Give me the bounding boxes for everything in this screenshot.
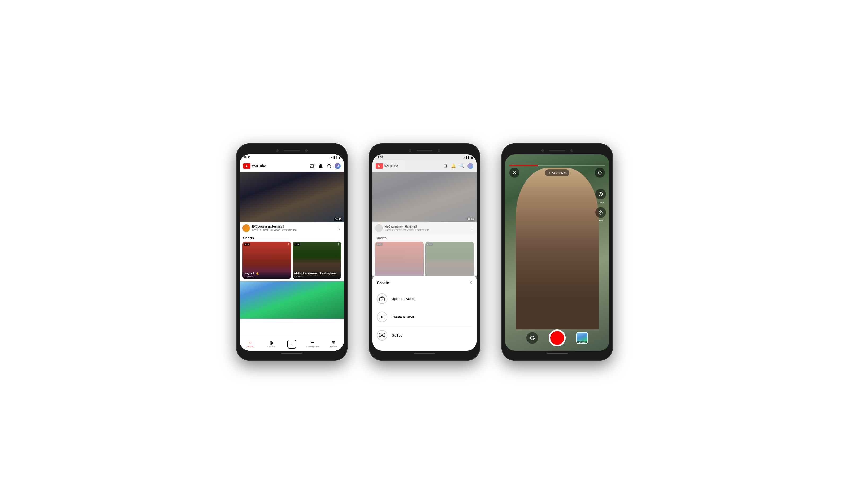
phone-top-bar-3 — [505, 147, 609, 155]
phone-bottom-bar-2 — [373, 351, 476, 357]
yt-logo-icon-2 — [376, 163, 383, 169]
video-subtitle-1: Coast to Coast • 3M views • 2 months ago — [252, 229, 336, 231]
sensor-1 — [305, 149, 308, 152]
modal-close-button[interactable]: × — [469, 280, 472, 285]
svg-line-5 — [330, 167, 331, 168]
timer-side-button[interactable] — [595, 207, 606, 218]
short-2[interactable]: 0:28 ⋮ Gliding into weekend like #longbo… — [293, 242, 341, 279]
wifi-icon: ▲ — [330, 156, 333, 159]
svg-rect-0 — [310, 165, 313, 167]
signal-icon-2: ▌▌ — [466, 156, 470, 159]
svg-point-9 — [382, 317, 382, 317]
status-time-2: 12:30 — [376, 156, 383, 159]
shorts-section-2: Shorts 0:15 0:28 — [373, 234, 476, 282]
create-modal: Create × Upload a video Create a Short — [373, 276, 476, 351]
video-subtitle-2: Coast to Coast • 3M views • 2 months ago — [385, 229, 468, 231]
explore-icon-1: ◎ — [269, 340, 273, 345]
front-camera-2 — [409, 149, 411, 152]
yt-logo-text-1: YouTube — [252, 164, 266, 168]
speed-button[interactable] — [595, 168, 605, 178]
home-indicator-3 — [546, 353, 568, 354]
battery-icon-2: ▮ — [471, 156, 473, 159]
go-live-label: Go live — [392, 334, 402, 337]
nav-explore-1[interactable]: ◎ Explore — [260, 337, 281, 351]
front-camera-3 — [541, 149, 544, 152]
flip-camera-button[interactable] — [526, 332, 538, 344]
nature-thumbnail-1[interactable] — [240, 282, 344, 319]
short-3: 0:15 — [375, 242, 424, 279]
nav-subscriptions-1[interactable]: ☰ Subscriptions — [302, 337, 323, 351]
home-indicator-1 — [281, 353, 303, 354]
svg-point-10 — [381, 335, 383, 336]
short-2-more[interactable]: ⋮ — [337, 243, 340, 247]
sensor-3 — [571, 149, 573, 152]
phone-top-bar-2 — [373, 147, 476, 155]
side-controls: Speed Timer — [595, 189, 606, 222]
short-4-badge: 0:28 — [426, 243, 433, 246]
avatar-button-1[interactable]: U — [335, 163, 341, 169]
phone-top-bar-1 — [240, 147, 344, 155]
create-short-item[interactable]: Create a Short — [377, 308, 472, 326]
home-indicator-2 — [414, 353, 435, 354]
channel-avatar-1[interactable] — [242, 224, 250, 232]
record-button-inner — [550, 331, 564, 345]
channel-avatar-2 — [375, 224, 383, 232]
short-1-more[interactable]: ⋮ — [287, 243, 290, 247]
cast-button-2[interactable]: ⊡ — [442, 163, 448, 169]
youtube-header-1: YouTube U — [240, 160, 344, 172]
video-meta-1: NYC Apartment Hunting!! Coast to Coast •… — [252, 225, 336, 231]
content-scroll-1: Shorts 0:15 ⋮ Stay Gold 🤙 2.5 views 0:28… — [240, 234, 344, 337]
add-music-label: Add music — [552, 171, 565, 174]
upload-container: Upload — [576, 332, 588, 344]
status-icons-1: ▲ ▌▌ ▮ — [330, 156, 340, 159]
more-options-button-1[interactable]: ⋮ — [338, 226, 341, 230]
modal-title: Create — [377, 281, 389, 285]
go-live-icon — [377, 330, 387, 341]
timer-label: Timer — [598, 219, 603, 222]
phone-bottom-bar-3 — [505, 351, 609, 357]
speed-control: Speed — [595, 189, 606, 203]
upload-video-label: Upload a video — [392, 297, 415, 301]
shorts-section-title-2: Shorts — [373, 234, 476, 242]
nav-home-label-1: Home — [248, 345, 253, 348]
person-subject — [516, 168, 598, 329]
speed-side-button[interactable] — [595, 189, 606, 199]
notification-button-2[interactable]: 🔔 — [451, 163, 456, 169]
add-music-button[interactable]: ♪ Add music — [545, 169, 569, 176]
close-camera-button[interactable] — [509, 168, 520, 178]
video-info-2: NYC Apartment Hunting!! Coast to Coast •… — [373, 222, 476, 234]
shorts-section-title-1: Shorts — [240, 234, 344, 242]
cast-button-1[interactable] — [309, 163, 315, 169]
nav-library-label-1: Library — [330, 346, 337, 348]
avatar-button-2[interactable] — [468, 163, 473, 169]
sensor-2 — [438, 149, 440, 152]
video-thumb-bg-2 — [373, 172, 476, 222]
create-button-1[interactable]: + — [287, 340, 296, 348]
yt-logo-text-2: YouTube — [384, 164, 398, 168]
youtube-header-2: YouTube ⊡ 🔔 🔍 — [373, 160, 476, 172]
record-button[interactable] — [549, 329, 566, 346]
status-bar-1: 12:30 ▲ ▌▌ ▮ — [240, 155, 344, 160]
go-live-item[interactable]: Go live — [377, 326, 472, 344]
nav-create-1[interactable]: + — [282, 337, 302, 351]
nav-library-1[interactable]: ⊞ Library — [323, 337, 344, 351]
notification-button-1[interactable] — [318, 163, 324, 169]
speaker-3 — [549, 150, 565, 151]
upload-thumbnail[interactable]: Upload — [576, 332, 588, 344]
search-button-1[interactable] — [326, 163, 332, 169]
modal-header: Create × — [377, 280, 472, 285]
short-1[interactable]: 0:15 ⋮ Stay Gold 🤙 2.5 views — [242, 242, 291, 279]
nav-home-1[interactable]: ⌂ Home — [240, 337, 260, 351]
upload-video-item[interactable]: Upload a video — [377, 290, 472, 308]
create-short-icon — [377, 312, 387, 322]
short-1-badge: 0:15 — [243, 243, 250, 246]
nav-explore-label-1: Explore — [268, 346, 275, 348]
phone-2: 12:30 ▲ ▌▌ ▮ YouTube ⊡ 🔔 🔍 — [369, 143, 480, 361]
featured-video-1[interactable]: 10:00 — [240, 172, 344, 222]
camera-screen: ♪ Add music Speed Timer — [505, 155, 609, 351]
phone-1: 12:30 ▲ ▌▌ ▮ YouTube — [236, 143, 347, 361]
short-3-badge: 0:15 — [376, 243, 383, 246]
short-4: 0:28 — [425, 242, 474, 279]
bottom-nav-1: ⌂ Home ◎ Explore + ☰ Subscriptions ⊞ Lib… — [240, 337, 344, 351]
search-button-2[interactable]: 🔍 — [459, 163, 465, 169]
